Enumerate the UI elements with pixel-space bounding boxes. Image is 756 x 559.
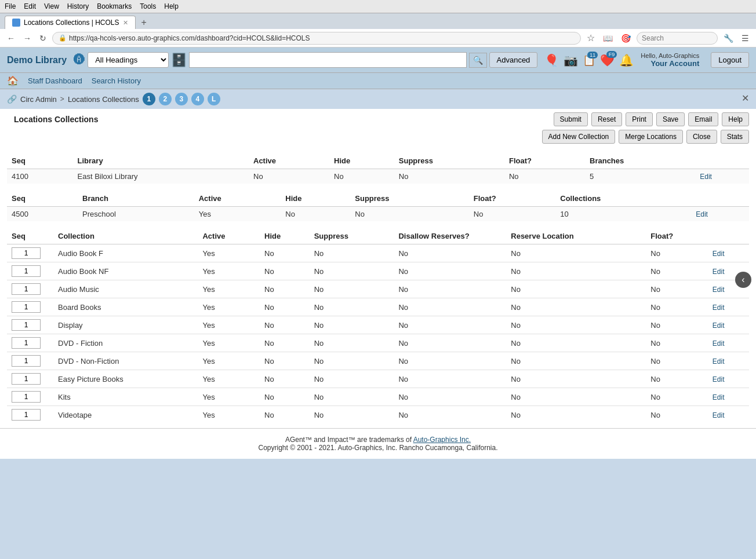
coll-edit-link[interactable]: Edit — [713, 250, 725, 258]
c-col-active: Active — [198, 228, 260, 244]
pocket-icon[interactable]: 🎯 — [619, 32, 633, 44]
extensions-icon[interactable]: 🔧 — [721, 32, 736, 44]
b-col-suppress: Suppress — [350, 191, 469, 207]
address-bar[interactable]: 🔒 — [52, 32, 581, 45]
refresh-button[interactable]: ↻ — [37, 32, 49, 44]
staff-dashboard-link[interactable]: Staff Dashboard — [28, 76, 82, 85]
search-button[interactable]: 🔍 — [469, 53, 487, 68]
headings-select[interactable]: All Headings — [88, 52, 169, 68]
tab-close-icon[interactable]: ✕ — [123, 19, 128, 27]
seq-input[interactable] — [12, 301, 41, 313]
search-history-link[interactable]: Search History — [92, 76, 141, 85]
stats-button[interactable]: Stats — [721, 130, 749, 144]
add-new-collection-button[interactable]: Add New Collection — [542, 130, 616, 144]
br-edit-link[interactable]: Edit — [696, 210, 708, 218]
coll-reserve: No — [506, 334, 646, 352]
home-icon[interactable]: 🏠 — [7, 75, 19, 86]
reader-icon[interactable]: 📖 — [601, 32, 615, 44]
lib-edit-link[interactable]: Edit — [700, 173, 712, 181]
seq-input[interactable] — [12, 391, 41, 403]
seq-input[interactable] — [12, 373, 41, 385]
email-button[interactable]: Email — [688, 112, 718, 126]
seq-input[interactable] — [12, 355, 41, 367]
coll-edit-link[interactable]: Edit — [713, 339, 725, 348]
back-button[interactable]: ← — [5, 32, 17, 44]
menu-help[interactable]: Help — [164, 2, 179, 10]
notifications-icon[interactable]: 🔔 — [619, 53, 634, 67]
menu-edit[interactable]: Edit — [24, 2, 36, 10]
page-btn-4[interactable]: 4 — [191, 93, 204, 105]
coll-name: Videotape — [53, 406, 198, 424]
account-link[interactable]: Your Account — [650, 59, 699, 68]
browser-tab-active[interactable]: Locations Collections | HCOLS ✕ — [5, 16, 136, 29]
close-panel-icon[interactable]: ✕ — [742, 93, 749, 104]
help-button[interactable]: Help — [722, 112, 749, 126]
coll-reserve: No — [506, 298, 646, 316]
seq-input[interactable] — [12, 265, 41, 277]
branch-data-row: 4500 Preschool Yes No No No 10 Edit — [7, 207, 749, 222]
seq-input[interactable] — [12, 319, 41, 331]
seq-input[interactable] — [12, 409, 41, 421]
page-btn-3[interactable]: 3 — [175, 93, 188, 105]
coll-edit-link[interactable]: Edit — [713, 393, 725, 401]
coll-float: No — [646, 406, 708, 424]
page-btn-1[interactable]: 1 — [143, 93, 155, 105]
coll-edit-link[interactable]: Edit — [713, 321, 725, 330]
library-table-area: Seq Library Active Hide Suppress Float? … — [0, 148, 756, 428]
menu-history[interactable]: History — [67, 2, 89, 10]
camera-icon[interactable]: 📷 — [564, 53, 578, 67]
lib-float: No — [504, 169, 585, 184]
coll-edit-link[interactable]: Edit — [713, 304, 725, 312]
footer-link[interactable]: Auto-Graphics Inc. — [413, 436, 471, 444]
coll-float: No — [646, 298, 708, 316]
headings-icon: 🅐 — [74, 53, 85, 67]
database-icon[interactable]: 🗄️ — [171, 53, 187, 68]
print-button[interactable]: Print — [626, 112, 653, 126]
forward-button[interactable]: → — [21, 32, 34, 44]
menu-bookmarks[interactable]: Bookmarks — [97, 2, 132, 10]
coll-name: Kits — [53, 388, 198, 406]
coll-edit-link[interactable]: Edit — [713, 286, 725, 294]
url-input[interactable] — [69, 34, 575, 42]
merge-locations-button[interactable]: Merge Locations — [619, 130, 683, 144]
table-row: Videotape Yes No No No No No Edit — [7, 406, 749, 424]
coll-suppress: No — [310, 280, 394, 298]
menu-view[interactable]: View — [44, 2, 59, 10]
save-button[interactable]: Save — [656, 112, 685, 126]
search-section: 🅐 All Headings 🗄️ 🔍 Advanced — [74, 52, 537, 68]
coll-hide: No — [260, 298, 310, 316]
coll-reserve: No — [506, 370, 646, 388]
library-table: Seq Library Active Hide Suppress Float? … — [7, 153, 749, 184]
search-input[interactable] — [189, 52, 466, 68]
coll-edit-link[interactable]: Edit — [713, 357, 725, 366]
new-tab-button[interactable]: + — [138, 16, 150, 29]
breadcrumb-admin[interactable]: Circ Admin — [20, 95, 57, 104]
coll-suppress: No — [310, 262, 394, 280]
list-icon[interactable]: 📋 11 — [583, 54, 595, 67]
coll-edit-link[interactable]: Edit — [713, 268, 725, 276]
seq-input[interactable] — [12, 337, 41, 349]
menu-tools[interactable]: Tools — [140, 2, 156, 10]
coll-reserve: No — [506, 244, 646, 262]
seq-input[interactable] — [12, 247, 41, 259]
coll-suppress: No — [310, 370, 394, 388]
balloon-icon[interactable]: 🎈 — [544, 53, 559, 67]
menu-file[interactable]: File — [5, 2, 16, 10]
browser-search-input[interactable] — [637, 32, 718, 45]
submit-button[interactable]: Submit — [554, 112, 588, 126]
coll-reserve: No — [506, 406, 646, 424]
advanced-button[interactable]: Advanced — [489, 52, 538, 68]
page-btn-l[interactable]: L — [208, 93, 220, 105]
logout-button[interactable]: Logout — [711, 52, 749, 68]
favorites-icon[interactable]: ❤️ F9 — [600, 53, 615, 67]
coll-suppress: No — [310, 406, 394, 424]
coll-edit-link[interactable]: Edit — [713, 411, 725, 419]
close-button[interactable]: Close — [686, 130, 717, 144]
scroll-left-arrow[interactable]: ‹ — [735, 272, 751, 288]
coll-edit-link[interactable]: Edit — [713, 375, 725, 383]
seq-input[interactable] — [12, 283, 41, 295]
reset-button[interactable]: Reset — [591, 112, 622, 126]
bookmark-icon[interactable]: ☆ — [584, 31, 597, 45]
page-btn-2[interactable]: 2 — [159, 93, 172, 105]
menu-icon[interactable]: ☰ — [739, 32, 751, 44]
